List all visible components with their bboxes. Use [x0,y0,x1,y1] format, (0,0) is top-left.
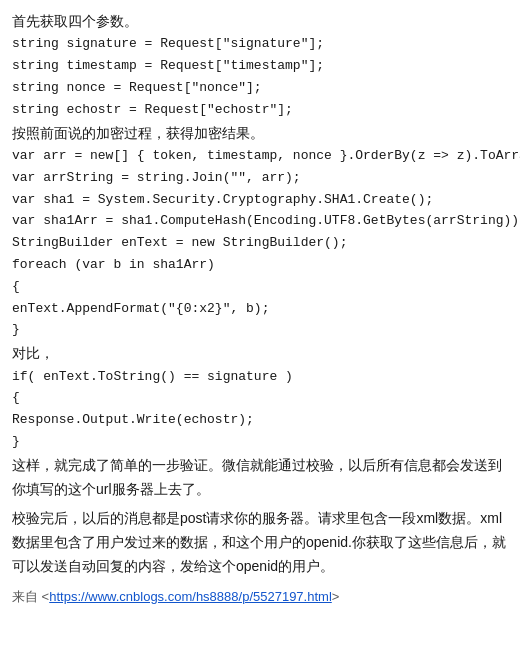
code-line-7: var sha1 = System.Security.Cryptography.… [12,190,508,211]
source-link[interactable]: https://www.cnblogs.com/hs8888/p/5527197… [49,589,332,604]
code-line-8: var sha1Arr = sha1.ComputeHash(Encoding.… [12,211,508,232]
code-line-10: foreach (var b in sha1Arr) [12,255,508,276]
step-label-1: 按照前面说的加密过程，获得加密结果。 [12,122,508,144]
intro-text: 首先获取四个参数。 [12,10,508,32]
code-line-9: StringBuilder enText = new StringBuilder… [12,233,508,254]
code-line-17: } [12,432,508,453]
code-line-16: Response.Output.Write(echostr); [12,410,508,431]
code-line-4: string echostr = Request["echostr"]; [12,100,508,121]
source-suffix: > [332,589,340,604]
code-line-11: { [12,277,508,298]
code-line-5: var arr = new[] { token, timestamp, nonc… [12,146,508,167]
code-line-13: } [12,320,508,341]
code-line-14: if( enText.ToString() == signature ) [12,367,508,388]
source-prefix: 来自 < [12,589,49,604]
code-line-3: string nonce = Request["nonce"]; [12,78,508,99]
code-line-6: var arrString = string.Join("", arr); [12,168,508,189]
code-line-2: string timestamp = Request["timestamp"]; [12,56,508,77]
step-label-2: 对比， [12,342,508,364]
paragraph-2: 校验完后，以后的消息都是post请求你的服务器。请求里包含一段xml数据。xml… [12,507,508,578]
source-line: 来自 <https://www.cnblogs.com/hs8888/p/552… [12,587,508,608]
code-line-1: string signature = Request["signature"]; [12,34,508,55]
main-content: 首先获取四个参数。 string signature = Request["si… [12,10,508,608]
code-line-15: { [12,388,508,409]
paragraph-1: 这样，就完成了简单的一步验证。微信就能通过校验，以后所有信息都会发送到你填写的这… [12,454,508,502]
code-block: string signature = Request["signature"];… [12,34,508,452]
code-line-12: enText.AppendFormat("{0:x2}", b); [12,299,508,320]
